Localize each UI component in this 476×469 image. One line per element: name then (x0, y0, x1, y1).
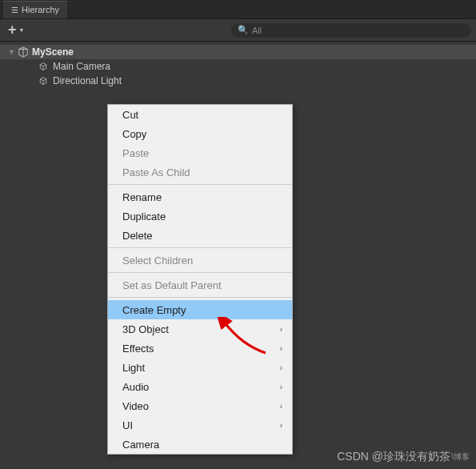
menu-label: Duplicate (122, 210, 166, 222)
search-placeholder: All (252, 26, 262, 35)
menu-label: Camera (122, 439, 159, 451)
menu-label: UI (122, 419, 133, 431)
menu-label: 3D Object (122, 323, 169, 335)
scene-label: MyScene (32, 46, 74, 58)
menu-copy[interactable]: Copy (108, 124, 292, 143)
menu-camera[interactable]: Camera (108, 435, 292, 454)
menu-separator (108, 272, 292, 273)
menu-label: Paste (122, 147, 149, 159)
menu-label: Rename (122, 191, 162, 203)
menu-effects[interactable]: Effects› (108, 339, 292, 358)
tree-item-label: Main Camera (53, 61, 110, 72)
context-menu: Cut Copy Paste Paste As Child Rename Dup… (107, 104, 293, 455)
chevron-right-icon: › (280, 344, 282, 353)
menu-separator (108, 184, 292, 185)
menu-delete[interactable]: Delete (108, 226, 292, 245)
tree-item-main-camera[interactable]: Main Camera (0, 59, 476, 74)
dropdown-icon: ▼ (19, 27, 25, 33)
menu-audio[interactable]: Audio› (108, 377, 292, 396)
chevron-right-icon: › (280, 383, 282, 391)
menu-paste: Paste (108, 143, 292, 162)
hierarchy-tree: ▼ MyScene Main Camera Directional Light (0, 42, 476, 91)
toolbar: + ▼ 🔍 All (0, 19, 476, 42)
menu-rename[interactable]: Rename (108, 187, 292, 206)
menu-label: Light (122, 362, 145, 374)
menu-label: Cut (122, 109, 138, 121)
menu-ui[interactable]: UI› (108, 415, 292, 435)
search-icon: 🔍 (238, 25, 249, 35)
menu-label: Audio (122, 381, 149, 393)
plus-icon: + (8, 22, 17, 38)
chevron-right-icon: › (280, 402, 282, 411)
menu-create-empty[interactable]: Create Empty (108, 300, 292, 319)
menu-duplicate[interactable]: Duplicate (108, 206, 292, 226)
scene-row[interactable]: ▼ MyScene (0, 45, 476, 59)
chevron-right-icon: › (280, 421, 282, 430)
menu-select-children: Select Children (108, 251, 292, 270)
chevron-right-icon: › (280, 363, 282, 372)
menu-cut[interactable]: Cut (108, 105, 292, 124)
gameobject-icon (38, 62, 48, 71)
menu-separator (108, 247, 292, 248)
menu-light[interactable]: Light› (108, 358, 292, 377)
search-input[interactable]: 🔍 All (231, 23, 471, 38)
menu-video[interactable]: Video› (108, 396, 292, 415)
hierarchy-tab[interactable]: ☰ Hierarchy (3, 1, 67, 18)
menu-label: Video (122, 400, 149, 412)
hierarchy-tab-label: Hierarchy (22, 5, 59, 14)
watermark-sub: \博客 (451, 451, 470, 463)
unity-logo-icon (18, 46, 29, 58)
chevron-right-icon: › (280, 325, 282, 334)
gameobject-icon (38, 76, 48, 86)
tree-item-label: Directional Light (53, 75, 122, 86)
menu-label: Copy (122, 128, 146, 140)
menu-label: Set as Default Parent (122, 279, 222, 291)
menu-3d-object[interactable]: 3D Object› (108, 319, 292, 339)
add-button[interactable]: + ▼ (5, 20, 27, 40)
expand-icon[interactable]: ▼ (8, 48, 16, 56)
tree-item-directional-light[interactable]: Directional Light (0, 74, 476, 88)
menu-label: Effects (122, 343, 154, 355)
menu-label: Create Empty (122, 304, 186, 316)
menu-label: Delete (122, 230, 153, 242)
watermark: CSDN @珍珠没有奶茶 (337, 450, 450, 464)
hierarchy-tab-icon: ☰ (11, 6, 18, 14)
menu-set-default-parent: Set as Default Parent (108, 275, 292, 295)
menu-separator (108, 297, 292, 298)
menu-paste-as-child: Paste As Child (108, 162, 292, 182)
tab-bar: ☰ Hierarchy (0, 0, 476, 19)
menu-label: Paste As Child (122, 166, 190, 178)
menu-label: Select Children (122, 255, 193, 267)
